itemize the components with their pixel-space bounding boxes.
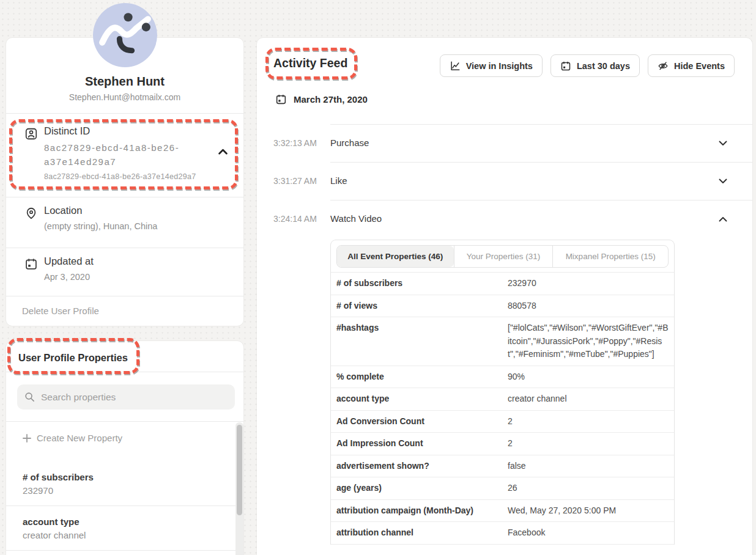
property-value: 26 <box>508 482 674 495</box>
chevron-down-icon[interactable] <box>719 141 727 146</box>
divider <box>6 372 243 372</box>
plus-icon <box>23 434 31 443</box>
property-value: 2 <box>508 415 674 428</box>
table-row: attribution campaign (Month-Day) Wed, Ma… <box>331 500 674 523</box>
property-value: false <box>508 460 674 473</box>
property-value: 2 <box>508 437 674 450</box>
property-value: ["#lolCats","#Wilson","#WorstGiftEver","… <box>508 322 674 361</box>
user-profile-properties-card: User Profile Properties Create New Prope… <box>6 341 243 555</box>
table-row: #hashtags ["#lolCats","#Wilson","#WorstG… <box>331 317 674 366</box>
table-row: age (years) 26 <box>331 477 674 500</box>
divider <box>6 197 243 197</box>
search-properties-box[interactable] <box>17 384 235 410</box>
create-new-property-label: Create New Property <box>37 433 122 443</box>
date-group-label: March 27th, 2020 <box>294 94 368 105</box>
event-name: Like <box>330 175 347 186</box>
event-row[interactable]: 3:31:27 AM Like <box>257 163 752 200</box>
property-label: # of views <box>331 300 508 313</box>
property-name: account type <box>23 516 225 527</box>
event-timestamp: 3:32:13 AM <box>273 138 317 148</box>
event-timestamp: 3:31:27 AM <box>273 176 317 186</box>
user-name: Stephen Hunt <box>6 75 243 89</box>
table-row: Ad Impression Count 2 <box>331 433 674 455</box>
scrollbar-track[interactable] <box>235 422 243 555</box>
location-value: (empty string), Hunan, China <box>44 221 157 231</box>
table-row: # of subscribers 232970 <box>331 273 674 295</box>
property-label: attribution channel <box>331 526 508 540</box>
property-label: % complete <box>331 370 508 384</box>
divider <box>6 248 243 248</box>
location-label: Location <box>44 205 82 216</box>
event-name: Watch Video <box>330 213 382 224</box>
chevron-up-icon[interactable] <box>218 149 228 155</box>
property-label: #hashtags <box>331 322 508 361</box>
property-value: 880578 <box>508 300 674 313</box>
properties-title: User Profile Properties <box>18 352 128 364</box>
property-value: Wed, May 27, 2020 5:00 PM <box>508 504 674 518</box>
table-row: % complete 90% <box>331 366 674 389</box>
tab-all-event-properties[interactable]: All Event Properties (46) <box>337 246 454 267</box>
activity-feed-card: Activity Feed View in Insights Last 30 d… <box>257 38 752 555</box>
activity-toolbar: View in Insights Last 30 days Hide Event… <box>440 54 735 77</box>
search-icon <box>24 392 35 402</box>
event-name: Purchase <box>330 138 369 148</box>
event-properties-table: # of subscribers 232970 # of views 88057… <box>331 272 674 545</box>
contact-card-icon <box>24 127 38 141</box>
user-avatar <box>93 3 157 67</box>
property-value: creator channel <box>508 392 674 406</box>
delete-user-profile-link[interactable]: Delete User Profile <box>22 306 99 316</box>
distinct-id-value: 8ac27829-ebcd-41a8-be26-a37e14ed29a7 <box>44 141 218 169</box>
user-profile-card: Stephen Hunt Stephen.Hunt@hotmailx.com D… <box>6 38 243 326</box>
property-label: age (years) <box>331 482 508 495</box>
search-properties-input[interactable] <box>41 392 228 403</box>
date-group-header: March 27th, 2020 <box>275 94 368 105</box>
tab-mixpanel-properties[interactable]: Mixpanel Properties (15) <box>552 246 668 267</box>
event-timestamp: 3:24:14 AM <box>273 214 317 224</box>
view-in-insights-button[interactable]: View in Insights <box>440 54 543 77</box>
updated-at-value: Apr 3, 2020 <box>44 272 90 282</box>
chevron-down-icon[interactable] <box>719 178 727 184</box>
date-range-button[interactable]: Last 30 days <box>550 54 640 77</box>
events-list: 3:32:13 AM Purchase 3:31:27 AM Like 3:24… <box>257 124 752 545</box>
date-range-label: Last 30 days <box>577 61 630 71</box>
list-item[interactable]: account type creator channel <box>6 506 243 551</box>
property-value: Facebook <box>508 526 674 540</box>
property-value: 232970 <box>508 277 674 290</box>
activity-feed-title: Activity Feed <box>273 56 347 70</box>
event-properties-tabs: All Event Properties (46)Your Properties… <box>336 245 669 268</box>
event-row[interactable]: 3:24:14 AM Watch Video <box>257 200 752 238</box>
property-label: # of subscribers <box>331 277 508 290</box>
table-row: advertisement shown? false <box>331 455 674 478</box>
scrollbar-thumb[interactable] <box>237 425 242 515</box>
property-value: 232970 <box>23 485 225 496</box>
divider <box>6 113 243 114</box>
hide-events-button[interactable]: Hide Events <box>648 54 735 77</box>
properties-list: Create New Property # of subscribers 232… <box>6 422 243 555</box>
view-in-insights-label: View in Insights <box>466 61 533 71</box>
property-label: account type <box>331 392 508 406</box>
hide-events-label: Hide Events <box>674 61 725 71</box>
table-row: account type creator channel <box>331 388 674 411</box>
updated-at-label: Updated at <box>44 255 94 267</box>
create-new-property-button[interactable]: Create New Property <box>6 422 243 452</box>
property-label: Ad Conversion Count <box>331 415 508 428</box>
calendar-icon <box>560 61 571 72</box>
property-label: advertisement shown? <box>331 460 508 473</box>
event-row[interactable]: 3:32:13 AM Purchase <box>257 125 752 162</box>
line-chart-icon <box>450 61 461 72</box>
table-row: Ad Conversion Count 2 <box>331 411 674 433</box>
event-detail-panel: All Event Properties (46)Your Properties… <box>330 240 675 545</box>
divider <box>6 296 243 296</box>
map-pin-icon <box>24 207 38 220</box>
property-name: # of subscribers <box>23 472 225 482</box>
chevron-up-icon[interactable] <box>719 216 727 222</box>
table-row: attribution channel Facebook <box>331 522 674 545</box>
property-label: Ad Impression Count <box>331 437 508 450</box>
property-label: attribution campaign (Month-Day) <box>331 504 508 518</box>
calendar-icon <box>275 94 287 105</box>
list-item[interactable]: # of subscribers 232970 <box>6 461 243 506</box>
property-value: creator channel <box>23 530 225 540</box>
tab-your-properties[interactable]: Your Properties (31) <box>454 246 553 267</box>
property-value: 90% <box>508 370 674 384</box>
table-row: # of views 880578 <box>331 295 674 318</box>
